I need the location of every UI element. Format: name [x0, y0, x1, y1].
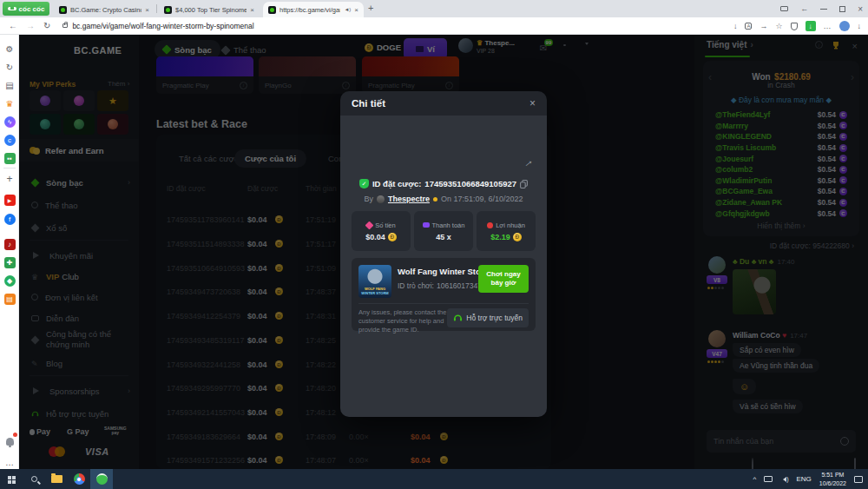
- stat-profit: Lợi nhuận $2.19Ð: [477, 211, 536, 251]
- author-name[interactable]: Thespectre: [388, 195, 430, 203]
- language-indicator[interactable]: ENG: [797, 475, 812, 483]
- chrome-icon[interactable]: [68, 469, 90, 489]
- adblock-shield-icon[interactable]: [791, 23, 798, 30]
- close-icon[interactable]: ×: [529, 97, 536, 109]
- save-page-icon[interactable]: ↓: [733, 22, 738, 30]
- shop-app-icon[interactable]: ◆: [3, 274, 16, 287]
- play-now-button[interactable]: Chơi ngay bây giờ: [478, 265, 529, 293]
- modal-header: Chi tiết ×: [340, 91, 547, 116]
- stat-amount: Số tiền $0.04Ð: [352, 211, 411, 251]
- crown-vip-icon[interactable]: ♛: [3, 96, 16, 110]
- doge-coin-icon: Ð: [513, 233, 522, 241]
- coccoc-glasses-icon: [8, 7, 16, 10]
- sidebar-divider: [3, 168, 16, 169]
- new-tab-button[interactable]: +: [368, 3, 373, 13]
- volume-icon[interactable]: ): [780, 476, 788, 482]
- bcgame-favicon-icon: [268, 6, 276, 14]
- cart-app-icon[interactable]: ▤: [3, 292, 16, 306]
- tab-title: https://bc.game/vi/game: [279, 6, 340, 14]
- taskbar-clock[interactable]: 5:51 PM10/6/2022: [819, 471, 846, 486]
- tab-search-icon[interactable]: ←: [800, 4, 808, 13]
- lock-icon[interactable]: [62, 23, 68, 28]
- action-center-icon[interactable]: [854, 476, 863, 483]
- bet-id-value: 17459351066849105927: [424, 179, 516, 188]
- start-button[interactable]: [0, 469, 23, 489]
- medal-icon: [487, 222, 493, 228]
- browser-app-icon[interactable]: c: [3, 133, 16, 147]
- bee-icon: [433, 197, 437, 202]
- settings-gear-icon[interactable]: ⚙: [3, 42, 16, 56]
- screen: cốc cốc BC.Game: Crypto Casino Gan × $4,…: [0, 0, 868, 489]
- share-icon[interactable]: →: [760, 22, 767, 30]
- dice-icon: [365, 221, 374, 229]
- tab-title: BC.Game: Crypto Casino Gan: [70, 6, 141, 14]
- forward-icon[interactable]: →: [26, 21, 35, 30]
- url-text[interactable]: bc.game/vi/game/wolf-fang-winter-storm-b…: [72, 22, 253, 30]
- more-options-icon[interactable]: …: [3, 455, 16, 469]
- taskbar-search-icon[interactable]: [23, 469, 45, 489]
- game-thumbnail[interactable]: WOLF FANG WINTER STORM: [358, 265, 391, 298]
- bet-detail-modal: Chi tiết × → ✓ ID đặt cược: 174593510668…: [340, 91, 547, 417]
- profile-avatar[interactable]: [839, 21, 850, 31]
- close-icon[interactable]: ×: [145, 6, 149, 14]
- browser-tab-bar: cốc cốc BC.Game: Crypto Casino Gan × $4,…: [0, 0, 868, 17]
- network-icon[interactable]: [764, 476, 773, 482]
- close-icon[interactable]: ×: [250, 6, 254, 14]
- tab-separator: [156, 4, 157, 13]
- modal-body: → ✓ ID đặt cược: 17459351066849105927 By…: [340, 116, 547, 417]
- minimize-button[interactable]: [820, 9, 827, 10]
- translate-icon[interactable]: A: [745, 23, 752, 30]
- share-icon[interactable]: →: [519, 154, 536, 171]
- stat-payout: Thanh toán 45 x: [414, 211, 473, 251]
- bet-datetime: On 17:51:09, 6/10/2022: [441, 195, 523, 203]
- bet-id-label: ID đặt cược:: [372, 179, 421, 188]
- windows-taskbar: ^ ) ENG 5:51 PM10/6/2022: [0, 469, 868, 489]
- wallet-icon: [423, 222, 430, 228]
- file-explorer-icon[interactable]: [45, 469, 68, 489]
- verified-shield-icon: ✓: [359, 179, 369, 188]
- youtube-icon[interactable]: ▶: [3, 193, 16, 207]
- maximize-button[interactable]: [839, 6, 845, 12]
- audio-icon: ◄): [344, 7, 351, 12]
- modal-title: Chi tiết: [352, 98, 385, 109]
- close-window-button[interactable]: ×: [858, 4, 863, 14]
- history-icon[interactable]: ↻: [3, 60, 16, 74]
- coccoc-menu-button[interactable]: cốc cốc: [3, 2, 49, 16]
- extensions-icon[interactable]: …: [824, 22, 832, 30]
- newsfeed-icon[interactable]: ▤: [3, 78, 16, 92]
- live-support-button[interactable]: Hỗ trợ trực tuyến: [447, 308, 529, 327]
- bcgame-favicon-icon: [59, 6, 67, 14]
- bookmark-star-icon[interactable]: ☆: [775, 22, 782, 30]
- messenger-icon[interactable]: ϟ: [3, 115, 16, 129]
- facebook-icon[interactable]: f: [3, 212, 16, 226]
- bet-stats: Số tiền $0.04Ð Thanh toán 45 x Lợi nhuận…: [352, 211, 536, 251]
- downloads-tray-icon[interactable]: ↓: [858, 22, 862, 30]
- game-info-box: WOLF FANG WINTER STORM Wolf Fang Winter …: [352, 258, 536, 331]
- browser-address-bar: ← → ↻ bc.game/vi/game/wolf-fang-winter-s…: [0, 17, 868, 35]
- taskbar-tray: ^ ) ENG 5:51 PM10/6/2022: [753, 471, 868, 486]
- avatar: [377, 195, 385, 203]
- coccoc-brand-label: cốc cốc: [19, 5, 45, 13]
- tiktok-icon[interactable]: ♪: [3, 237, 16, 251]
- copy-icon[interactable]: [520, 180, 528, 188]
- address-bar-actions: ↓ A → ☆ ↓ … ↓: [733, 17, 861, 35]
- back-icon[interactable]: ←: [9, 21, 17, 30]
- browser-tab-bcgame[interactable]: BC.Game: Crypto Casino Gan ×: [54, 2, 155, 17]
- download-manager-icon[interactable]: ↓: [806, 21, 816, 31]
- headset-icon: [453, 314, 463, 322]
- gift-app-icon[interactable]: ✚: [3, 255, 16, 269]
- reload-icon[interactable]: ↻: [43, 21, 50, 30]
- window-controls: ← ×: [780, 0, 863, 17]
- cast-icon[interactable]: [780, 6, 788, 11]
- browser-tab-active[interactable]: https://bc.game/vi/game ◄) ×: [263, 2, 364, 17]
- close-icon[interactable]: ×: [354, 6, 358, 14]
- bet-author-row: By Thespectre On 17:51:09, 6/10/2022: [340, 195, 547, 203]
- notifications-bell-icon[interactable]: [3, 434, 16, 448]
- games-gamepad-icon[interactable]: ▪▪: [3, 151, 16, 165]
- divider: [358, 303, 529, 304]
- coccoc-taskbar-icon[interactable]: [90, 469, 113, 489]
- add-app-icon[interactable]: +: [3, 172, 16, 186]
- doge-coin-icon: Ð: [388, 233, 397, 241]
- tray-expand-icon[interactable]: ^: [753, 475, 756, 483]
- browser-tab-promo[interactable]: $4,000 Top Tier Spinomenal ×: [159, 2, 260, 17]
